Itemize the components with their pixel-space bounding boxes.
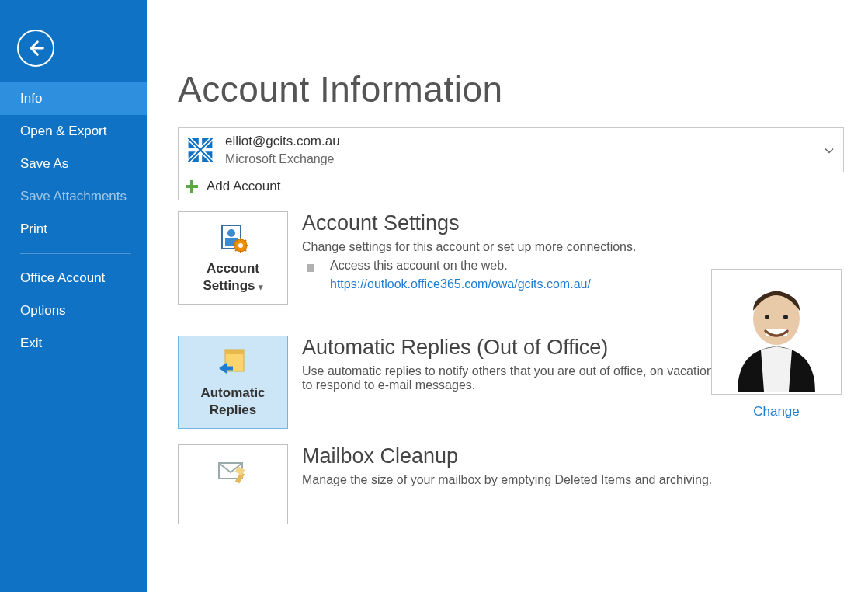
sidebar-item-office-account[interactable]: Office Account [0,262,147,294]
automatic-replies-button[interactable]: Automatic Replies [178,336,288,429]
exchange-icon [183,133,217,167]
plus-icon [183,178,200,195]
add-account-label: Add Account [207,179,280,194]
chevron-down-icon [825,144,834,157]
add-account-button[interactable]: Add Account [178,172,290,200]
back-button[interactable] [17,30,54,67]
mailbox-cleanup-icon [210,453,256,489]
sidebar-item-options[interactable]: Options [0,294,147,327]
account-settings-icon [210,220,256,256]
profile-photo-box: Change [711,269,842,420]
sidebar-item-label: Save Attachments [20,189,127,204]
bullet-icon [307,264,314,272]
sidebar-item-label: Print [20,221,47,236]
section-mailbox-cleanup: Mailbox Cleanup Manage the size of your … [178,444,868,524]
automatic-replies-icon [210,344,256,380]
sidebar-item-save-attachments: Save Attachments [0,180,147,213]
account-settings-button[interactable]: Account Settings▾ [178,211,288,305]
sidebar-item-label: Info [20,91,42,106]
section-title: Account Settings [302,211,868,235]
bullet-text: Access this account on the web. [330,259,508,273]
profile-photo [711,269,842,395]
sidebar-item-open-export[interactable]: Open & Export [0,115,147,148]
sidebar-item-info[interactable]: Info [0,82,147,115]
account-selector[interactable]: elliot@gcits.com.au Microsoft Exchange [178,127,844,172]
account-email: elliot@gcits.com.au [225,133,340,151]
mailbox-cleanup-button[interactable] [178,444,288,524]
sidebar-item-label: Open & Export [20,124,107,138]
main-content: Account Information elliot@gcits.com.au … [147,0,868,592]
svg-rect-18 [225,350,244,354]
arrow-left-icon [25,37,47,59]
sidebar-item-label: Exit [20,336,42,350]
automatic-replies-button-label: Automatic Replies [183,385,283,419]
sidebar-item-label: Save As [20,156,68,171]
account-type: Microsoft Exchange [225,151,340,168]
sidebar-item-label: Options [20,303,66,318]
section-desc: Change settings for this account or set … [302,240,814,254]
svg-point-24 [765,315,769,319]
backstage-sidebar: Info Open & Export Save As Save Attachme… [0,0,147,592]
section-desc: Manage the size of your mailbox by empty… [302,473,814,487]
svg-point-16 [238,243,243,248]
account-text: elliot@gcits.com.au Microsoft Exchange [225,133,340,168]
account-settings-button-label: Account Settings▾ [183,260,283,294]
svg-point-25 [783,315,788,319]
sidebar-item-exit[interactable]: Exit [0,327,147,360]
svg-point-5 [227,229,235,237]
owa-link[interactable]: https://outlook.office365.com/owa/gcits.… [330,277,591,291]
sidebar-item-label: Office Account [20,270,105,285]
section-title: Mailbox Cleanup [302,444,868,468]
sidebar-item-save-as[interactable]: Save As [0,148,147,180]
chevron-down-icon: ▾ [259,282,263,291]
sidebar-item-print[interactable]: Print [0,213,147,246]
change-photo-link[interactable]: Change [753,404,800,420]
svg-rect-3 [186,185,198,188]
sidebar-separator [20,253,131,254]
page-title: Account Information [178,68,868,110]
